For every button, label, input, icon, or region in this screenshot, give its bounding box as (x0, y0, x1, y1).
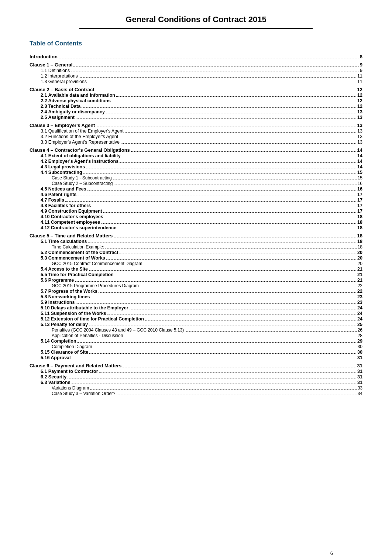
toc-page: 9 (360, 68, 362, 73)
toc-label: 5.4 Access to the Site (41, 267, 88, 272)
list-item: 5.4 Access to the Site21 (30, 267, 362, 272)
toc-label: 5.11 Suspension of the Works (41, 311, 106, 316)
toc-label: 5.8 Non-working times (41, 294, 90, 299)
toc-label: GCC 2015 Contract Commencement Diagram (52, 261, 142, 266)
toc-page: 13 (357, 128, 362, 134)
list-item: 1.1 Definitions9 (30, 68, 362, 73)
toc-page: 15 (357, 170, 362, 175)
toc-page: 14 (357, 147, 362, 153)
toc-page: 28 (358, 333, 362, 338)
toc-dots (106, 259, 356, 260)
toc-label: Case Study 3 – Variation Order? (52, 391, 116, 396)
toc-page: 20 (358, 261, 362, 266)
document-title: General Conditions of Contract 2015 (30, 15, 362, 24)
toc-label: GCC 2015 Programme Procedures Diagram (52, 283, 139, 288)
list-item: 2.1 Available data and information12 (30, 93, 362, 98)
toc-page: 18 (357, 214, 362, 219)
toc-dots (107, 315, 357, 315)
list-item: 4.3 Legal provisions14 (30, 164, 362, 169)
toc-page: 30 (357, 350, 362, 355)
toc-label: 5.6 Programme (41, 278, 74, 283)
list-item: 5.9 Instructions23 (30, 300, 362, 305)
toc-page: 21 (357, 267, 362, 272)
toc-dots (124, 337, 356, 337)
page-header: General Conditions of Contract 2015 (30, 15, 362, 29)
toc-page: 29 (357, 339, 362, 344)
toc-page: 20 (357, 255, 362, 261)
list-item: 4.1 Extent of obligations and liability1… (30, 153, 362, 158)
toc-label: 4.8 Facilities for others (41, 203, 91, 208)
toc-label: 6.1 Payment to Contractor (41, 369, 98, 374)
toc-dots (73, 66, 358, 66)
toc-dots (115, 276, 356, 276)
toc-dots (65, 201, 356, 202)
list-item: 3.1 Qualification of the Employer's Agen… (30, 128, 362, 134)
toc-dots (122, 157, 356, 157)
list-item: 6.2 Security31 (30, 374, 362, 380)
list-item: 4.11 Competent employees18 (30, 220, 362, 225)
toc-page: 26 (358, 327, 362, 333)
toc-label: Introduction (30, 54, 58, 59)
toc-dots (93, 348, 356, 348)
toc-label: 4.2 Employer's Agent's instructions (41, 159, 118, 164)
toc-dots (76, 303, 356, 304)
toc-dots (121, 143, 356, 144)
toc-label: 4.7 Fossils (41, 198, 64, 203)
list-item: 5.6 Programme21 (30, 278, 362, 283)
toc-dots (105, 248, 356, 248)
toc-label: Clause 6 – Payment and Related Matters (30, 363, 121, 368)
toc-page: 31 (357, 355, 362, 360)
toc-label: Clause 2 – Basis of Contract (30, 87, 94, 92)
toc-dots (113, 179, 357, 179)
toc-page: 24 (357, 305, 362, 310)
toc-page: 13 (357, 140, 362, 145)
toc-page: 22 (358, 283, 362, 288)
toc-page: 31 (357, 374, 362, 380)
toc-dots (143, 265, 356, 265)
list-item: Case Study 3 – Variation Order?34 (30, 391, 362, 396)
toc-page: 25 (357, 322, 362, 327)
toc-page: 31 (357, 380, 362, 385)
toc-page: 31 (357, 369, 362, 374)
toc-dots (87, 190, 356, 191)
toc-dots (68, 378, 356, 378)
toc-page: 13 (357, 109, 362, 114)
list-item: 6.1 Payment to Contractor31 (30, 369, 362, 374)
toc-page: 11 (357, 73, 362, 79)
list-item: 2.5 Assignment13 (30, 115, 362, 120)
toc-label: 5.13 Penalty for delay (41, 322, 88, 327)
toc-dots (120, 162, 356, 163)
list-item: 4.9 Construction Equipment17 (30, 209, 362, 214)
toc-dots (79, 77, 356, 78)
toc-label: 4.1 Extent of obligations and liability (41, 153, 121, 158)
list-item: Clause 4 – Contractor's General Obligati… (30, 147, 362, 153)
toc-dots (88, 83, 356, 83)
list-item: Application of Penalties - Discussion28 (30, 333, 362, 338)
toc-label: 5.16 Approval (41, 355, 71, 360)
toc-dots (88, 243, 357, 243)
list-item: Penalties (GCC 2004 Clauses 43 and 49 – … (30, 327, 362, 333)
toc-dots (89, 270, 356, 271)
list-item: 4.5 Notices and Fees16 (30, 186, 362, 192)
list-item: 5.2 Commencement of the Contract20 (30, 250, 362, 255)
list-item: 5.3 Commencement of Works20 (30, 255, 362, 261)
toc-page: 9 (360, 62, 362, 68)
list-item: 3.2 Functions of the Employer's Agent13 (30, 134, 362, 139)
toc-label: 6.3 Variations (41, 380, 71, 385)
toc-dots (99, 292, 356, 293)
header-divider (79, 28, 312, 29)
toc-dots (89, 326, 356, 326)
toc-dots (89, 353, 356, 354)
toc-dots (119, 254, 356, 254)
list-item: 5.10 Delays attributable to the Employer… (30, 305, 362, 310)
toc-label: 4.12 Contractor's superintendence (41, 225, 116, 230)
toc-label: Variations Diagram (52, 385, 89, 391)
toc-dots (112, 102, 356, 102)
toc-dots (71, 72, 359, 72)
toc-page: 17 (357, 203, 362, 208)
toc-dots (117, 395, 357, 395)
toc-dots (114, 185, 356, 185)
page-number: 6 (330, 550, 333, 556)
toc-page: 31 (357, 363, 362, 368)
toc-page: 33 (358, 385, 362, 391)
